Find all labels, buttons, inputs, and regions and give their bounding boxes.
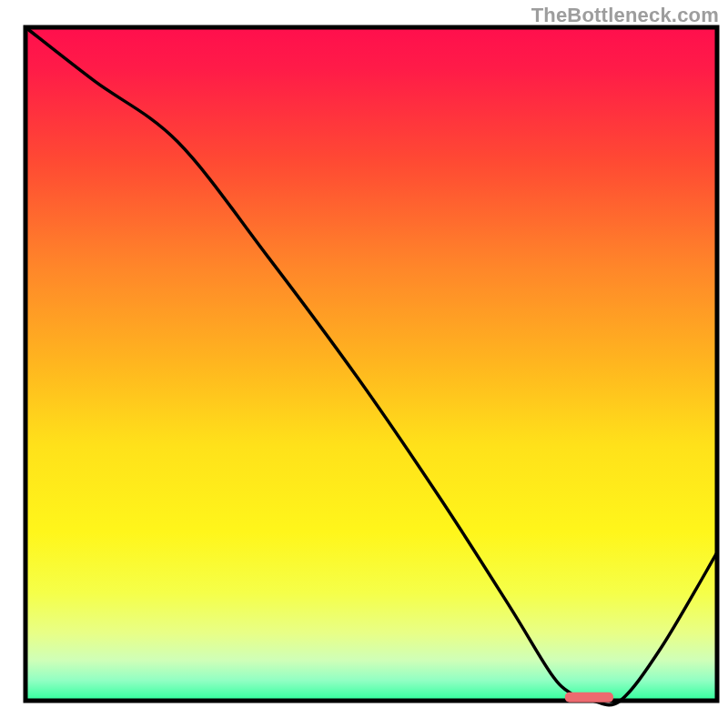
chart-container: TheBottleneck.com [0,0,728,728]
plot-area [25,27,717,705]
optimal-marker [565,693,613,703]
bottleneck-plot [0,0,728,728]
gradient-background [25,27,717,701]
